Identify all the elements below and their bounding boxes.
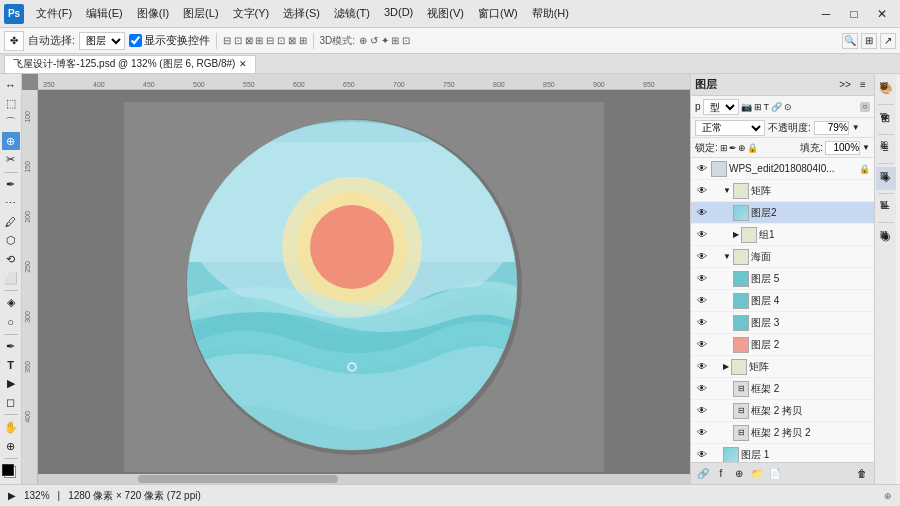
layer-item-frame2copy2[interactable]: 👁 ⊟ 框架 2 拷贝 2 <box>691 422 874 444</box>
visibility-eye-l1[interactable]: 👁 <box>695 448 709 462</box>
tool-move[interactable]: ↔ <box>2 76 20 94</box>
visibility-eye-f2c[interactable]: 👁 <box>695 404 709 418</box>
show-transform-checkbox[interactable]: 显示变换控件 <box>129 33 210 48</box>
minimize-button[interactable]: ─ <box>812 0 840 28</box>
tool-type[interactable]: T <box>2 356 20 374</box>
layers-expand-btn[interactable]: >> <box>838 78 852 92</box>
layer-item-seagroup[interactable]: 👁 ▼ 海面 <box>691 246 874 268</box>
tab-close-button[interactable]: ✕ <box>239 59 247 69</box>
add-style-btn[interactable]: f <box>713 466 729 482</box>
layers-icon[interactable]: ⊞ <box>861 33 877 49</box>
new-layer-btn[interactable]: 📄 <box>767 466 783 482</box>
tool-pen[interactable]: ✒ <box>2 338 20 356</box>
tool-clone[interactable]: ⬡ <box>2 232 20 250</box>
opacity-arrow[interactable]: ▼ <box>852 123 860 132</box>
visibility-eye-l5[interactable]: 👁 <box>695 272 709 286</box>
document-tab[interactable]: 飞屋设计-博客-125.psd @ 132% (图层 6, RGB/8#) ✕ <box>4 55 256 73</box>
tool-eyedropper[interactable]: ✒ <box>2 176 20 194</box>
menu-filter[interactable]: 滤镜(T) <box>328 4 376 23</box>
fg-bg-colors[interactable] <box>2 464 20 482</box>
lock-all-icon[interactable]: 🔒 <box>747 143 758 153</box>
scrollbar-thumb-h[interactable] <box>138 475 338 483</box>
layer-item-layer1[interactable]: 👁 图层 1 <box>691 444 874 462</box>
tool-lasso[interactable]: ⌒ <box>2 113 20 131</box>
tool-quick-select[interactable]: ⊕ <box>2 132 20 150</box>
visibility-eye-l3[interactable]: 👁 <box>695 316 709 330</box>
tool-crop[interactable]: ✂ <box>2 151 20 169</box>
auto-select-select[interactable]: 图层 组 <box>79 32 125 50</box>
tool-marquee[interactable]: ⬚ <box>2 95 20 113</box>
tool-brush[interactable]: 🖊 <box>2 213 20 231</box>
layer-item-layer5[interactable]: 👁 图层 5 <box>691 268 874 290</box>
visibility-eye-gs1[interactable]: 👁 <box>695 228 709 242</box>
layer-item-wps[interactable]: 👁 WPS_edit20180804I0... 🔒 <box>691 158 874 180</box>
menu-view[interactable]: 视图(V) <box>421 4 470 23</box>
visibility-eye-wps[interactable]: 👁 <box>695 162 709 176</box>
menu-layer[interactable]: 图层(L) <box>177 4 224 23</box>
filter-toggle[interactable]: ○ <box>860 102 870 112</box>
group-arrow-g2[interactable]: ▶ <box>723 362 729 371</box>
restore-button[interactable]: □ <box>840 0 868 28</box>
layer-item-group2[interactable]: 👁 ▶ 矩阵 <box>691 356 874 378</box>
fill-input[interactable] <box>825 141 860 155</box>
new-group-btn[interactable]: 📁 <box>749 466 765 482</box>
search-icon[interactable]: 🔍 <box>842 33 858 49</box>
lock-pixels-icon[interactable]: ⊞ <box>720 143 728 153</box>
visibility-eye-f2[interactable]: 👁 <box>695 382 709 396</box>
layer-item-layer2b[interactable]: 👁 图层 2 <box>691 334 874 356</box>
tool-history[interactable]: ⟲ <box>2 251 20 269</box>
layer-item-group-sub1[interactable]: 👁 ▶ 组1 <box>691 224 874 246</box>
menu-text[interactable]: 文字(Y) <box>227 4 276 23</box>
blend-mode-select[interactable]: 正常 <box>695 120 765 136</box>
group-arrow-sg[interactable]: ▼ <box>723 252 731 261</box>
tool-gradient[interactable]: ⬜ <box>2 269 20 287</box>
tool-hand[interactable]: ✋ <box>2 418 20 436</box>
tool-healing[interactable]: ⋯ <box>2 194 20 212</box>
layer-item-layer2[interactable]: 👁 图层2 <box>691 202 874 224</box>
opacity-input[interactable] <box>814 121 849 135</box>
tool-dodge[interactable]: ○ <box>2 313 20 331</box>
menu-edit[interactable]: 编辑(E) <box>80 4 129 23</box>
tool-blur[interactable]: ◈ <box>2 294 20 312</box>
filter-smart-icon[interactable]: ⊙ <box>784 102 792 112</box>
visibility-eye-g1[interactable]: 👁 <box>695 184 709 198</box>
link-layers-btn[interactable]: 🔗 <box>695 466 711 482</box>
lock-move-icon[interactable]: ⊕ <box>738 143 746 153</box>
filter-text-icon[interactable]: T <box>764 102 770 112</box>
layers-menu-btn[interactable]: ≡ <box>856 78 870 92</box>
filter-pixel-icon[interactable]: 📷 <box>741 102 752 112</box>
layer-item-frame2copy[interactable]: 👁 ⊟ 框架 2 拷贝 <box>691 400 874 422</box>
visibility-eye-l2b[interactable]: 👁 <box>695 338 709 352</box>
menu-select[interactable]: 选择(S) <box>277 4 326 23</box>
group-arrow-gs1[interactable]: ▶ <box>733 230 739 239</box>
layers-panel-btn[interactable]: ◈ 图层 <box>876 167 896 190</box>
add-mask-btn[interactable]: ⊕ <box>731 466 747 482</box>
visibility-eye-l2[interactable]: 👁 <box>695 206 709 220</box>
gradient-panel-btn[interactable]: ≡ 渐变 <box>876 138 896 160</box>
move-tool-icon[interactable]: ✤ <box>4 31 24 51</box>
menu-image[interactable]: 图像(I) <box>131 4 175 23</box>
menu-help[interactable]: 帮助(H) <box>526 4 575 23</box>
menu-3d[interactable]: 3D(D) <box>378 4 419 23</box>
group-arrow-g1[interactable]: ▼ <box>723 186 731 195</box>
horizontal-scrollbar[interactable] <box>38 474 690 484</box>
delete-layer-btn[interactable]: 🗑 <box>854 466 870 482</box>
menu-file[interactable]: 文件(F) <box>30 4 78 23</box>
menu-window[interactable]: 窗口(W) <box>472 4 524 23</box>
layer-item-group1[interactable]: 👁 ▼ 矩阵 <box>691 180 874 202</box>
color-panel-btn[interactable]: 🎨 颜色 <box>876 78 896 101</box>
filter-adjust-icon[interactable]: ⊞ <box>754 102 762 112</box>
visibility-eye-l4[interactable]: 👁 <box>695 294 709 308</box>
visibility-eye-sg[interactable]: 👁 <box>695 250 709 264</box>
filter-type-select[interactable]: 型 <box>703 99 739 115</box>
tool-zoom[interactable]: ⊕ <box>2 437 20 455</box>
adjustments-panel-btn[interactable]: ◉ 调整 <box>876 226 896 249</box>
layer-item-layer3[interactable]: 👁 图层 3 <box>691 312 874 334</box>
lock-draw-icon[interactable]: ✒ <box>729 143 737 153</box>
layer-item-frame2[interactable]: 👁 ⊟ 框架 2 <box>691 378 874 400</box>
tool-shape[interactable]: ◻ <box>2 394 20 412</box>
share-icon[interactable]: ↗ <box>880 33 896 49</box>
filter-shape-icon[interactable]: 🔗 <box>771 102 782 112</box>
fg-color[interactable] <box>2 464 14 476</box>
visibility-eye-f2c2[interactable]: 👁 <box>695 426 709 440</box>
